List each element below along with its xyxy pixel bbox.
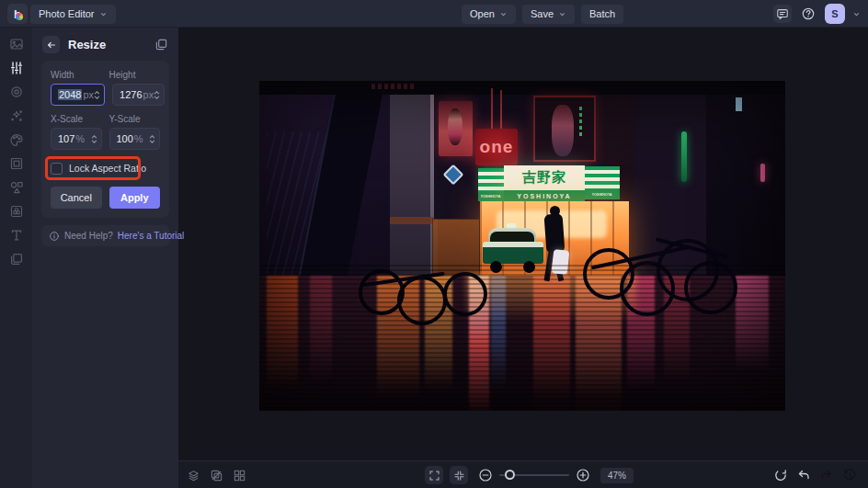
- save-button[interactable]: Save: [522, 5, 575, 24]
- need-help-text: Need Help?: [64, 231, 113, 241]
- history-controls-group: [773, 461, 857, 488]
- panel-title: Resize: [68, 38, 106, 51]
- help-icon[interactable]: [799, 5, 817, 23]
- back-button[interactable]: [42, 36, 60, 53]
- top-bar: b Photo Editor Open Save Batch: [0, 0, 868, 28]
- height-value: 1276: [120, 89, 142, 100]
- bottom-toolbar: 47%: [178, 460, 868, 488]
- lock-aspect-ratio-checkbox[interactable]: [51, 163, 63, 175]
- photo-canvas-image[interactable]: one YOSHINOYA 吉野家 YOSHINOYA YOSHINOYA: [259, 81, 785, 411]
- yscale-unit: %: [134, 133, 143, 144]
- fit-screen-icon[interactable]: [450, 466, 468, 484]
- height-stepper[interactable]: [154, 91, 160, 99]
- undo-icon[interactable]: [796, 468, 811, 482]
- canvas-area[interactable]: one YOSHINOYA 吉野家 YOSHINOYA YOSHINOYA: [178, 28, 868, 460]
- width-unit: px: [83, 89, 94, 100]
- width-input[interactable]: 2048px: [51, 84, 105, 106]
- zoom-slider-knob[interactable]: [505, 470, 515, 480]
- account-chevron-down-icon[interactable]: [852, 10, 861, 18]
- resize-panel-header: Resize: [32, 28, 178, 59]
- yscale-stepper[interactable]: [149, 135, 155, 143]
- tutorial-help-box[interactable]: Need Help? Here's a Tutorial: [41, 225, 169, 246]
- zoom-out-icon[interactable]: [478, 468, 493, 482]
- bottombar-left-group: [187, 461, 246, 488]
- zoom-slider[interactable]: [499, 474, 569, 476]
- save-label: Save: [531, 8, 554, 19]
- resize-panel: Resize Width Height 2048px 1276px: [32, 28, 178, 488]
- effects-sparkle-icon[interactable]: [5, 108, 29, 123]
- fullscreen-icon[interactable]: [425, 466, 443, 484]
- frames-icon[interactable]: [5, 155, 29, 171]
- cancel-label: Cancel: [61, 192, 92, 203]
- text-icon[interactable]: [5, 227, 29, 243]
- open-button[interactable]: Open: [462, 5, 516, 24]
- height-label: Height: [109, 70, 161, 80]
- grid-view-icon[interactable]: [233, 469, 246, 482]
- canvas-column: one YOSHINOYA 吉野家 YOSHINOYA YOSHINOYA: [178, 28, 868, 488]
- topbar-right-group: S: [773, 4, 861, 24]
- feedback-message-icon[interactable]: [773, 5, 792, 23]
- yscale-input[interactable]: 100%: [109, 128, 161, 150]
- info-icon: [49, 231, 60, 242]
- photo-editor-label: Photo Editor: [39, 8, 95, 19]
- overlays-icon[interactable]: [5, 203, 29, 219]
- xscale-label: X-Scale: [51, 114, 102, 124]
- width-stepper[interactable]: [94, 91, 100, 99]
- photo-editor-menu[interactable]: Photo Editor: [30, 5, 116, 24]
- apply-button[interactable]: Apply: [109, 187, 161, 209]
- width-value-selected: 2048: [58, 89, 82, 100]
- tools-sidebar: [0, 28, 32, 488]
- tutorial-link[interactable]: Here's a Tutorial: [118, 231, 185, 241]
- height-unit: px: [143, 89, 154, 100]
- apply-to-pages-icon[interactable]: [154, 38, 168, 51]
- chevron-down-icon: [558, 10, 566, 18]
- history-icon[interactable]: [842, 468, 857, 482]
- width-label: Width: [51, 70, 102, 80]
- cancel-button[interactable]: Cancel: [51, 187, 102, 209]
- image-manager-icon[interactable]: [5, 36, 29, 51]
- open-label: Open: [470, 8, 495, 19]
- zoom-in-icon[interactable]: [576, 468, 590, 482]
- lock-aspect-ratio-label: Lock Aspect Ratio: [69, 163, 146, 174]
- artsy-palette-icon[interactable]: [5, 131, 29, 147]
- xscale-stepper[interactable]: [91, 135, 97, 143]
- height-input[interactable]: 1276px: [112, 84, 165, 106]
- zoom-level-badge: 47%: [600, 468, 634, 483]
- yscale-value: 100: [117, 133, 133, 144]
- redo-icon[interactable]: [819, 468, 834, 482]
- batch-button[interactable]: Batch: [581, 5, 623, 24]
- resize-form-card: Width Height 2048px 1276px X-Scale Y-S: [41, 61, 169, 218]
- logo-rainbow-dot: [16, 13, 23, 20]
- file-actions-group: Open Save Batch: [462, 5, 623, 24]
- chevron-down-icon: [99, 10, 108, 18]
- befunky-logo[interactable]: b: [7, 4, 28, 24]
- avatar-letter: S: [831, 8, 838, 19]
- chevron-down-icon: [499, 10, 508, 18]
- layers-icon[interactable]: [5, 251, 29, 267]
- zoom-controls-group: 47%: [425, 461, 634, 488]
- lock-aspect-ratio-row: Lock Aspect Ratio: [51, 161, 160, 176]
- reset-icon[interactable]: [773, 468, 788, 482]
- edit-sliders-icon[interactable]: [5, 60, 29, 75]
- yscale-label: Y-Scale: [109, 114, 161, 124]
- xscale-input[interactable]: 107%: [51, 128, 102, 150]
- compare-icon[interactable]: [210, 469, 223, 482]
- batch-label: Batch: [589, 8, 615, 19]
- touchup-icon[interactable]: [5, 84, 29, 99]
- apply-label: Apply: [120, 192, 149, 203]
- xscale-unit: %: [75, 133, 85, 144]
- xscale-value: 107: [58, 133, 74, 144]
- account-avatar[interactable]: S: [825, 4, 845, 24]
- layers-stack-icon[interactable]: [187, 469, 200, 482]
- graphics-shapes-icon[interactable]: [5, 179, 29, 195]
- photo-vignette: [259, 81, 785, 411]
